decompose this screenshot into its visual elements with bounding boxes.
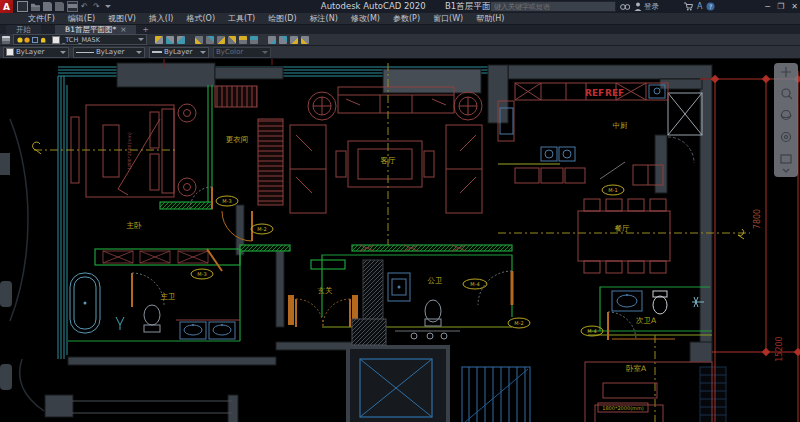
properties-toolbar: ByLayer ByLayer ByLayer ByColor — [0, 46, 800, 59]
make-layer-current-icon[interactable] — [155, 36, 163, 44]
linetype-dropdown[interactable]: ByLayer — [73, 47, 145, 58]
tab-new-icon[interactable]: + — [136, 25, 154, 34]
layer-vpfreeze-icon[interactable] — [279, 36, 287, 44]
room-label-bedroom-a: 卧室A — [626, 364, 647, 373]
layer-freeze-icon[interactable] — [217, 36, 225, 44]
door-m1-kitchen: M-1 — [600, 162, 625, 195]
layer-thaw-sun-icon — [24, 37, 29, 42]
search-input[interactable] — [490, 1, 616, 12]
lineweight-dropdown[interactable]: ByLayer — [149, 47, 209, 58]
svg-text:M-2: M-2 — [514, 320, 523, 326]
app-store-cart-icon[interactable] — [683, 2, 693, 11]
help-icon[interactable]: ? — [706, 2, 715, 11]
service-door-arc — [668, 137, 694, 163]
share-icon[interactable]: A — [697, 2, 702, 11]
menu-format[interactable]: 格式(O) — [180, 13, 221, 24]
left-facade-stubs — [0, 153, 12, 390]
bed-bench — [103, 125, 119, 177]
layer-off-icon[interactable] — [228, 36, 236, 44]
open-folder-icon[interactable] — [31, 2, 40, 11]
tab-close-icon[interactable]: × — [120, 25, 126, 34]
menu-window[interactable]: 窗口(W) — [427, 13, 469, 24]
dressing-room-wardrobes — [215, 86, 283, 205]
shaft-top-right — [668, 93, 702, 135]
menu-view[interactable]: 视图(V) — [102, 13, 142, 24]
color-chevron-icon — [60, 51, 66, 54]
tab-current-drawing[interactable]: B1首层平面图* × — [55, 25, 136, 34]
room-label-master-bath: 主卫 — [161, 292, 176, 301]
layer-isolate-icon[interactable] — [195, 36, 203, 44]
svg-text:M-3: M-3 — [222, 198, 231, 204]
restore-button[interactable]: ❐ — [777, 2, 784, 11]
new-file-icon[interactable] — [17, 1, 28, 12]
save-as-icon[interactable] — [55, 2, 64, 11]
sign-in-label: 登录 — [644, 2, 659, 12]
layer-delete-icon[interactable] — [301, 36, 309, 44]
autocad-logo-icon[interactable]: A — [0, 0, 13, 13]
room-label-foyer: 玄关 — [318, 286, 334, 295]
plot-icon[interactable] — [67, 1, 78, 12]
app-title: Autodesk AutoCAD 2020 — [321, 1, 426, 11]
svg-text:?: ? — [709, 3, 712, 10]
duct-shaft — [363, 260, 383, 320]
layer-walk-icon[interactable] — [268, 36, 276, 44]
redo-icon[interactable]: ↷ — [93, 2, 102, 11]
door-m2-hall: M-2 — [222, 211, 273, 241]
menu-edit[interactable]: 编辑(E) — [62, 13, 101, 24]
menu-draw[interactable]: 绘图(D) — [262, 13, 302, 24]
menu-file[interactable]: 文件(F) — [22, 13, 61, 24]
layer-dropdown[interactable]: _TCH_MASK — [13, 34, 147, 45]
navigation-bar[interactable] — [774, 63, 798, 177]
minimize-button[interactable]: ─ — [765, 2, 770, 11]
save-icon[interactable] — [43, 2, 52, 11]
room-label-bath-a: 次卫A — [636, 316, 657, 325]
drawing-area[interactable]: 1800*2000(mm) 主卧 更衣间 M-3 M-2 客厅 — [0, 59, 800, 422]
sign-in-control[interactable]: 登录 — [634, 2, 659, 12]
lineweight-sample — [152, 51, 162, 53]
linetype-chevron-icon — [136, 51, 142, 54]
layer-previous-icon[interactable] — [166, 36, 174, 44]
lineweight-chevron-icon — [200, 51, 206, 54]
close-button[interactable]: ✕ — [791, 2, 798, 11]
search-binoculars-icon[interactable] — [620, 3, 630, 11]
undo-icon[interactable]: ↶ — [81, 2, 90, 11]
fridge-label-1: REF — [585, 88, 604, 98]
svg-text:M-2: M-2 — [257, 226, 266, 232]
tab-start[interactable]: 开始 — [6, 25, 41, 34]
balcony-edge — [10, 119, 44, 411]
dining-furniture — [578, 199, 670, 273]
svg-text:M-4: M-4 — [587, 328, 596, 334]
layer-status-icons — [16, 36, 50, 44]
menu-help[interactable]: 帮助(H) — [470, 13, 510, 24]
file-tab-bar: 开始 B1首层平面图* × + — [0, 25, 800, 34]
svg-text:M-3: M-3 — [197, 271, 206, 277]
menu-tools[interactable]: 工具(T) — [222, 13, 261, 24]
menu-modify[interactable]: 修改(M) — [345, 13, 386, 24]
layer-unlock-icon — [41, 37, 45, 42]
menu-insert[interactable]: 插入(I) — [143, 13, 180, 24]
menu-dimension[interactable]: 标注(N) — [304, 13, 344, 24]
quick-access-toolbar: ↶ ↷ — [17, 1, 111, 12]
object-color-dropdown[interactable]: ByLayer — [3, 47, 69, 58]
layer-unisolate-icon[interactable] — [206, 36, 214, 44]
living-room-furniture — [290, 87, 482, 213]
bottom-wall-lines — [72, 401, 232, 413]
layer-properties-icon[interactable] — [2, 36, 10, 44]
floor-plan-canvas[interactable]: 1800*2000(mm) 主卧 更衣间 M-3 M-2 客厅 — [0, 59, 800, 422]
qat-dropdown-icon[interactable] — [105, 5, 111, 8]
public-bath-fixtures — [388, 273, 460, 339]
room-label-public-bath: 公卫 — [428, 276, 443, 285]
menu-bar: 文件(F) 编辑(E) 视图(V) 插入(I) 格式(O) 工具(T) 绘图(D… — [0, 13, 800, 25]
menu-parametric[interactable]: 参数(P) — [387, 13, 426, 24]
layer-lock-icon[interactable] — [239, 36, 247, 44]
user-icon — [634, 2, 642, 11]
layer-match-icon[interactable] — [177, 36, 185, 44]
bed-a-size-label: 1800*2000(mm) — [602, 405, 644, 411]
layer-merge-icon[interactable] — [290, 36, 298, 44]
room-label-kitchen: 中厨 — [613, 121, 629, 130]
layer-unlock-tool-icon[interactable] — [250, 36, 258, 44]
bath-a-fixtures — [612, 291, 704, 314]
door-m3-master-bath: M-3 — [191, 249, 222, 279]
master-bath-fixtures — [70, 273, 240, 339]
layer-dropdown-chevron-icon — [138, 38, 144, 41]
